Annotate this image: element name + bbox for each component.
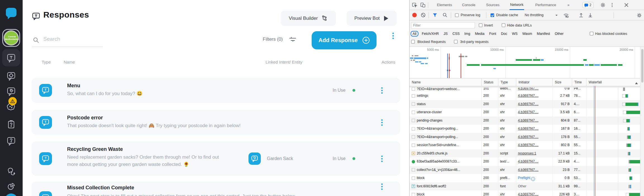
request-column-header-name[interactable]: Name xyxy=(409,78,482,86)
filter-funnel-icon[interactable] xyxy=(432,13,437,18)
request-row[interactable]: settings200xhr4.b3697f47....2.7 kB78... xyxy=(409,92,644,100)
filters-button[interactable]: Filters (0) xyxy=(263,37,283,42)
network-filter-input[interactable] xyxy=(411,22,475,28)
request-initiator-link[interactable]: 4.b3697f47.... xyxy=(518,135,538,139)
request-column-header-initiator[interactable]: Initiator xyxy=(516,78,553,86)
chip-wasm[interactable]: Wasm xyxy=(521,31,534,36)
third-party-checkbox[interactable] xyxy=(454,40,458,43)
throttling-select[interactable]: No throttling xyxy=(525,10,543,20)
devtools-tab-performance[interactable]: Performance xyxy=(535,0,557,10)
devtools-tab-sources[interactable]: Sources xyxy=(486,0,500,10)
chip-manifest[interactable]: Manifest xyxy=(536,31,551,36)
response-row[interactable]: T Postcode error That postcode doesn't l… xyxy=(32,110,400,135)
device-toolbar-icon[interactable] xyxy=(420,2,426,8)
row-kebab[interactable] xyxy=(381,87,383,94)
sidebar-item-conversations[interactable] xyxy=(6,165,17,176)
invert-checkbox[interactable] xyxy=(479,23,482,27)
row-kebab[interactable] xyxy=(381,119,383,126)
request-column-header-waterfall[interactable]: Waterfall xyxy=(586,78,644,86)
request-row[interactable]: 20.c55fe8f3.chunk.js200scriptresponses:1… xyxy=(409,149,644,158)
issues-badge[interactable]: 2 xyxy=(583,2,593,8)
bottom-avatar[interactable] xyxy=(5,193,18,196)
request-row[interactable]: block200xhr4.b3697f47....226 kB3.... xyxy=(409,190,644,196)
response-row[interactable]: T Menu So, what can I do for you today? … xyxy=(32,78,400,103)
network-settings-gear-icon[interactable] xyxy=(636,13,642,18)
has-blocked-cookies-checkbox[interactable] xyxy=(590,32,593,35)
settings-gear-icon[interactable] xyxy=(600,2,606,8)
scrollbar-thumb[interactable] xyxy=(641,49,643,83)
request-row[interactable]: status200xhr4.b3697f47....917 B4.... xyxy=(409,100,644,108)
request-initiator-link[interactable]: Preflight xyxy=(518,176,530,180)
network-overview-timeline[interactable]: 5000 ms10000 ms15000 ms20000 ms xyxy=(409,47,644,78)
search-input[interactable] xyxy=(43,36,99,42)
add-response-button[interactable]: Add Response xyxy=(312,31,377,49)
chip-ws[interactable]: WS xyxy=(510,31,519,36)
sidebar-item-analytics[interactable] xyxy=(6,181,17,192)
visual-builder-button[interactable]: Visual Builder xyxy=(281,11,336,26)
request-row[interactable]: utterance-cluster200xhr4.b3697f47....3.5… xyxy=(409,108,644,117)
devtools-kebab-icon[interactable] xyxy=(610,3,615,8)
network-conditions-icon[interactable] xyxy=(563,13,569,18)
response-row[interactable]: ? Missed Collection Complete Okay! The n… xyxy=(32,182,400,196)
request-initiator-link[interactable]: 4.b3697f47.... xyxy=(518,159,538,163)
devtools-tab-elements[interactable]: Elements xyxy=(436,0,453,10)
close-icon[interactable] xyxy=(624,2,629,8)
chip-css[interactable]: CSS xyxy=(451,31,461,36)
row-kebab[interactable] xyxy=(381,156,383,162)
request-row[interactable]: ?EIO=4&transport=polling...200xhr4.b3697… xyxy=(409,133,644,141)
response-row[interactable]: ? Recycling Green Waste Need replacement… xyxy=(32,141,400,176)
clear-icon[interactable] xyxy=(421,13,426,18)
request-initiator-link[interactable]: 4.b3697f47.... xyxy=(518,192,538,196)
preserve-log-checkbox[interactable] xyxy=(455,13,459,17)
request-row[interactable]: collect?v=1&_v=j100&a=46...200xhr4.b3697… xyxy=(409,166,644,174)
sidebar-item-entities[interactable] xyxy=(6,86,17,97)
chip-other[interactable]: Other xyxy=(553,31,565,36)
chip-js[interactable]: JS xyxy=(442,31,449,36)
request-row[interactable]: ?EIO=4&transport=polling...200xhr4.b3697… xyxy=(409,125,644,133)
request-initiator-link[interactable]: 4.b3697f47.... xyxy=(518,143,538,147)
linked-entity-chip[interactable]: Garden Sack xyxy=(248,153,293,165)
request-column-header-status[interactable]: Status xyxy=(482,78,498,86)
request-row[interactable]: pending-changes200xhr4.b3697f47....604 B… xyxy=(409,117,644,125)
filter-lines-icon[interactable] xyxy=(289,36,297,44)
request-row[interactable]: ?EIO=4&transport=websoc...101webs...4.b3… xyxy=(409,86,644,92)
request-column-header-time[interactable]: Time xyxy=(572,78,586,86)
row-kebab[interactable] xyxy=(381,183,383,190)
chip-media[interactable]: Media xyxy=(473,31,486,36)
chip-font[interactable]: Font xyxy=(488,31,498,36)
chip-all[interactable]: All xyxy=(411,31,418,37)
sidebar-item-intents[interactable] xyxy=(6,70,17,81)
request-row[interactable]: 63bef3ad85ad4e00087c33...200text/...4.b3… xyxy=(409,158,644,166)
inspect-element-icon[interactable] xyxy=(412,2,417,8)
request-row[interactable]: block200prefli...Preflight↕0 B53... xyxy=(409,174,644,182)
request-initiator-link[interactable]: 4.b3697f47.... xyxy=(518,168,538,172)
preview-bot-button[interactable]: Preview Bot xyxy=(347,11,397,26)
request-row[interactable]: Tfont.60819df6.woff2200fontOther31.1 kB9… xyxy=(409,182,644,191)
import-har-icon[interactable] xyxy=(579,13,584,18)
request-initiator-link[interactable]: 4.b3697f47.... xyxy=(518,94,538,98)
chip-fetch-xhr[interactable]: Fetch/XHR xyxy=(420,31,440,36)
page-menu-kebab[interactable] xyxy=(392,33,394,39)
request-initiator-link[interactable]: responses:1 xyxy=(518,151,536,155)
request-row[interactable]: session?userSid=undefine...200xhr4.b3697… xyxy=(409,141,644,149)
chip-doc[interactable]: Doc xyxy=(499,31,508,36)
disable-cache-checkbox[interactable] xyxy=(491,13,494,17)
request-initiator-link[interactable]: 4.b3697f47.... xyxy=(518,127,538,130)
request-initiator-link[interactable]: 4.b3697f47.... xyxy=(518,118,538,122)
request-initiator-link[interactable]: 4.b3697f47.... xyxy=(518,110,538,114)
search-network-icon[interactable] xyxy=(442,13,448,18)
request-column-header-size[interactable]: Size xyxy=(553,78,572,86)
sidebar-item-faqs[interactable] xyxy=(6,135,17,146)
record-button[interactable] xyxy=(412,13,417,17)
workspace-avatar[interactable]: Central Bedfordshire xyxy=(2,29,20,47)
chip-img[interactable]: Img xyxy=(463,31,472,36)
request-initiator-link[interactable]: 4.b3697f47.... xyxy=(518,102,538,106)
hide-data-urls-checkbox[interactable] xyxy=(502,23,505,27)
export-har-icon[interactable] xyxy=(588,13,593,18)
more-tabs-chevron[interactable]: » xyxy=(567,0,570,10)
request-column-header-type[interactable]: Type xyxy=(498,78,516,86)
devtools-tab-console[interactable]: Console xyxy=(461,0,476,10)
blocked-requests-checkbox[interactable] xyxy=(411,40,415,43)
sidebar-item-forms[interactable] xyxy=(6,119,17,130)
devtools-tab-network[interactable]: Network xyxy=(510,0,524,10)
